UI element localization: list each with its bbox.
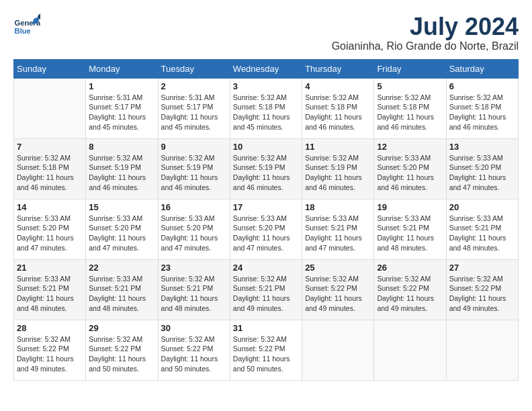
weekday-header: Tuesday	[158, 59, 230, 78]
day-number: 20	[449, 202, 515, 212]
day-info: Sunrise: 5:32 AM Sunset: 5:18 PM Dayligh…	[377, 93, 443, 132]
day-number: 26	[377, 263, 443, 273]
calendar-day-cell: 19Sunrise: 5:33 AM Sunset: 5:21 PM Dayli…	[374, 199, 446, 259]
calendar-day-cell: 28Sunrise: 5:32 AM Sunset: 5:22 PM Dayli…	[14, 320, 86, 380]
calendar-week-row: 21Sunrise: 5:33 AM Sunset: 5:21 PM Dayli…	[14, 259, 519, 320]
day-number: 27	[449, 263, 515, 273]
calendar-day-cell	[446, 320, 518, 380]
day-number: 1	[89, 81, 154, 91]
calendar-day-cell: 14Sunrise: 5:33 AM Sunset: 5:20 PM Dayli…	[14, 199, 86, 259]
weekday-header: Monday	[86, 59, 158, 78]
svg-text:Blue: Blue	[15, 27, 31, 35]
calendar-day-cell: 16Sunrise: 5:33 AM Sunset: 5:20 PM Dayli…	[158, 199, 230, 259]
weekday-header: Thursday	[302, 59, 374, 78]
calendar-week-row: 1Sunrise: 5:31 AM Sunset: 5:17 PM Daylig…	[14, 78, 519, 138]
day-number: 14	[17, 202, 83, 212]
day-info: Sunrise: 5:32 AM Sunset: 5:22 PM Dayligh…	[449, 274, 515, 314]
calendar-day-cell: 30Sunrise: 5:32 AM Sunset: 5:22 PM Dayli…	[158, 320, 230, 380]
day-number: 16	[161, 202, 227, 212]
calendar-day-cell: 1Sunrise: 5:31 AM Sunset: 5:17 PM Daylig…	[86, 78, 158, 138]
calendar-day-cell: 22Sunrise: 5:33 AM Sunset: 5:21 PM Dayli…	[86, 259, 158, 320]
day-info: Sunrise: 5:32 AM Sunset: 5:22 PM Dayligh…	[89, 334, 154, 374]
calendar-day-cell: 4Sunrise: 5:32 AM Sunset: 5:18 PM Daylig…	[302, 78, 374, 138]
day-number: 28	[17, 323, 83, 333]
day-info: Sunrise: 5:33 AM Sunset: 5:21 PM Dayligh…	[305, 214, 371, 253]
day-number: 25	[305, 263, 371, 273]
calendar-day-cell: 23Sunrise: 5:32 AM Sunset: 5:21 PM Dayli…	[158, 259, 230, 320]
calendar-day-cell: 21Sunrise: 5:33 AM Sunset: 5:21 PM Dayli…	[14, 259, 86, 320]
day-info: Sunrise: 5:32 AM Sunset: 5:21 PM Dayligh…	[233, 274, 299, 314]
day-number: 3	[233, 81, 299, 91]
day-number: 4	[305, 81, 371, 91]
calendar-day-cell: 18Sunrise: 5:33 AM Sunset: 5:21 PM Dayli…	[302, 199, 374, 259]
day-info: Sunrise: 5:33 AM Sunset: 5:20 PM Dayligh…	[89, 214, 154, 253]
day-info: Sunrise: 5:32 AM Sunset: 5:19 PM Dayligh…	[305, 153, 371, 193]
calendar-day-cell	[374, 320, 446, 380]
calendar-day-cell: 5Sunrise: 5:32 AM Sunset: 5:18 PM Daylig…	[374, 78, 446, 138]
day-info: Sunrise: 5:31 AM Sunset: 5:17 PM Dayligh…	[89, 93, 154, 132]
calendar-day-cell: 20Sunrise: 5:33 AM Sunset: 5:21 PM Dayli…	[446, 199, 518, 259]
weekday-header-row: SundayMondayTuesdayWednesdayThursdayFrid…	[14, 59, 519, 78]
calendar-day-cell: 31Sunrise: 5:32 AM Sunset: 5:22 PM Dayli…	[230, 320, 302, 380]
calendar-day-cell: 13Sunrise: 5:33 AM Sunset: 5:20 PM Dayli…	[446, 138, 518, 199]
calendar-day-cell: 25Sunrise: 5:32 AM Sunset: 5:22 PM Dayli…	[302, 259, 374, 320]
calendar-day-cell	[302, 320, 374, 380]
page-header: General Blue July 2024 Goianinha, Rio Gr…	[13, 13, 519, 52]
day-number: 5	[377, 81, 443, 91]
day-number: 19	[377, 202, 443, 212]
day-number: 30	[161, 323, 227, 333]
location-subtitle: Goianinha, Rio Grande do Norte, Brazil	[332, 40, 519, 52]
calendar-day-cell: 7Sunrise: 5:32 AM Sunset: 5:18 PM Daylig…	[14, 138, 86, 199]
weekday-header: Saturday	[446, 59, 518, 78]
day-info: Sunrise: 5:31 AM Sunset: 5:17 PM Dayligh…	[161, 93, 227, 132]
calendar-week-row: 28Sunrise: 5:32 AM Sunset: 5:22 PM Dayli…	[14, 320, 519, 380]
logo: General Blue	[13, 13, 43, 40]
day-info: Sunrise: 5:32 AM Sunset: 5:21 PM Dayligh…	[161, 274, 227, 314]
day-info: Sunrise: 5:32 AM Sunset: 5:18 PM Dayligh…	[449, 93, 515, 132]
day-number: 24	[233, 263, 299, 273]
day-info: Sunrise: 5:32 AM Sunset: 5:22 PM Dayligh…	[377, 274, 443, 314]
calendar-day-cell: 3Sunrise: 5:32 AM Sunset: 5:18 PM Daylig…	[230, 78, 302, 138]
calendar-week-row: 14Sunrise: 5:33 AM Sunset: 5:20 PM Dayli…	[14, 199, 519, 259]
day-number: 13	[449, 142, 515, 152]
title-block: July 2024 Goianinha, Rio Grande do Norte…	[332, 13, 519, 52]
weekday-header: Friday	[374, 59, 446, 78]
day-info: Sunrise: 5:32 AM Sunset: 5:22 PM Dayligh…	[233, 334, 299, 374]
weekday-header: Wednesday	[230, 59, 302, 78]
day-number: 21	[17, 263, 83, 273]
calendar-day-cell: 24Sunrise: 5:32 AM Sunset: 5:21 PM Dayli…	[230, 259, 302, 320]
day-info: Sunrise: 5:33 AM Sunset: 5:20 PM Dayligh…	[377, 153, 443, 193]
day-number: 2	[161, 81, 227, 91]
calendar-day-cell: 9Sunrise: 5:32 AM Sunset: 5:19 PM Daylig…	[158, 138, 230, 199]
calendar-day-cell: 2Sunrise: 5:31 AM Sunset: 5:17 PM Daylig…	[158, 78, 230, 138]
day-info: Sunrise: 5:32 AM Sunset: 5:19 PM Dayligh…	[161, 153, 227, 193]
day-number: 23	[161, 263, 227, 273]
day-info: Sunrise: 5:32 AM Sunset: 5:18 PM Dayligh…	[233, 93, 299, 132]
day-number: 31	[233, 323, 299, 333]
day-number: 10	[233, 142, 299, 152]
calendar-day-cell: 26Sunrise: 5:32 AM Sunset: 5:22 PM Dayli…	[374, 259, 446, 320]
day-number: 29	[89, 323, 154, 333]
day-info: Sunrise: 5:32 AM Sunset: 5:19 PM Dayligh…	[89, 153, 154, 193]
calendar-day-cell	[14, 78, 86, 138]
weekday-header: Sunday	[14, 59, 86, 78]
calendar-day-cell: 15Sunrise: 5:33 AM Sunset: 5:20 PM Dayli…	[86, 199, 158, 259]
day-info: Sunrise: 5:33 AM Sunset: 5:21 PM Dayligh…	[89, 274, 154, 314]
day-number: 7	[17, 142, 83, 152]
day-info: Sunrise: 5:33 AM Sunset: 5:20 PM Dayligh…	[161, 214, 227, 253]
day-number: 9	[161, 142, 227, 152]
day-info: Sunrise: 5:32 AM Sunset: 5:22 PM Dayligh…	[161, 334, 227, 374]
calendar-day-cell: 11Sunrise: 5:32 AM Sunset: 5:19 PM Dayli…	[302, 138, 374, 199]
day-info: Sunrise: 5:32 AM Sunset: 5:18 PM Dayligh…	[17, 153, 83, 193]
calendar-day-cell: 8Sunrise: 5:32 AM Sunset: 5:19 PM Daylig…	[86, 138, 158, 199]
calendar-day-cell: 17Sunrise: 5:33 AM Sunset: 5:20 PM Dayli…	[230, 199, 302, 259]
month-year-title: July 2024	[332, 13, 519, 40]
day-info: Sunrise: 5:33 AM Sunset: 5:21 PM Dayligh…	[377, 214, 443, 253]
day-info: Sunrise: 5:33 AM Sunset: 5:20 PM Dayligh…	[17, 214, 83, 253]
day-info: Sunrise: 5:32 AM Sunset: 5:19 PM Dayligh…	[233, 153, 299, 193]
logo-icon: General Blue	[13, 13, 40, 40]
day-number: 11	[305, 142, 371, 152]
day-info: Sunrise: 5:32 AM Sunset: 5:18 PM Dayligh…	[305, 93, 371, 132]
day-info: Sunrise: 5:33 AM Sunset: 5:21 PM Dayligh…	[17, 274, 83, 314]
day-number: 8	[89, 142, 154, 152]
